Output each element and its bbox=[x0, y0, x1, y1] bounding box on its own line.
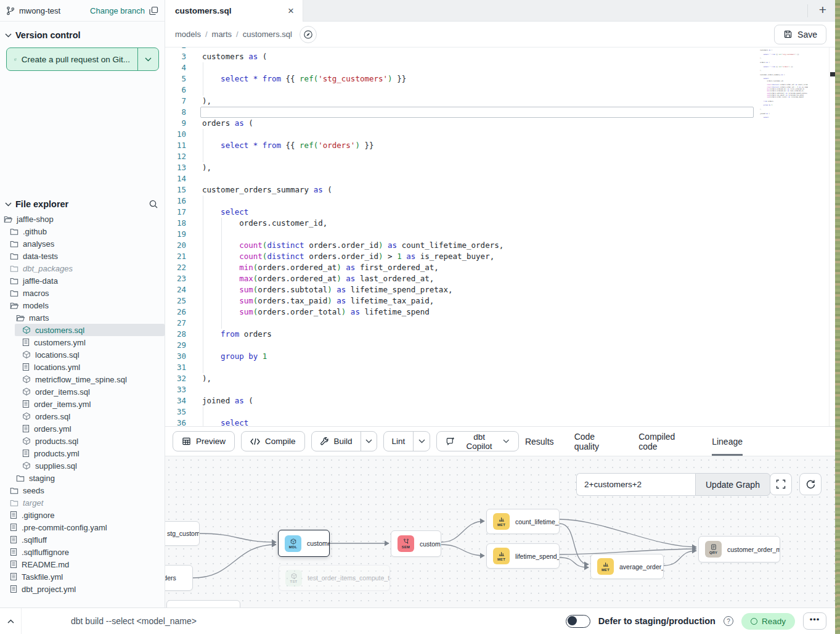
create-pr-dropdown[interactable] bbox=[137, 48, 158, 70]
lineage-node-lifetime_spend_pretax[interactable]: METlifetime_spend_pretax bbox=[486, 543, 560, 569]
lineage-node-customers-semantic[interactable]: SEMcustomers bbox=[391, 530, 441, 557]
lineage-node-orders[interactable]: orders bbox=[165, 565, 193, 591]
file-label: macros bbox=[23, 289, 49, 298]
breadcrumb-marts[interactable]: marts bbox=[212, 30, 232, 39]
lineage-node-partial-node[interactable] bbox=[166, 600, 240, 607]
copy-icon[interactable] bbox=[149, 6, 158, 15]
file-label: order_items.sql bbox=[35, 387, 90, 397]
chevron-down-icon bbox=[145, 57, 152, 62]
compile-button[interactable]: Compile bbox=[241, 431, 305, 451]
file-label: jaffle-data bbox=[23, 276, 58, 286]
lineage-panel[interactable]: stg_customersordersMDLcustomersTSTtest_o… bbox=[165, 456, 835, 607]
file-label: products.sql bbox=[35, 437, 78, 446]
file-row-products.sql[interactable]: products.sql bbox=[0, 435, 165, 447]
file-row-data-tests[interactable]: data-tests bbox=[0, 250, 165, 262]
chevron-down-icon bbox=[5, 202, 12, 207]
file-row-customers.yml[interactable]: customers.yml bbox=[0, 336, 165, 348]
lint-button[interactable]: Lint bbox=[384, 432, 414, 451]
file-row-locations.sql[interactable]: locations.sql bbox=[0, 348, 165, 361]
minimap[interactable]: customers as ( select * from {{ ref('stg… bbox=[760, 47, 808, 124]
lint-dropdown[interactable] bbox=[413, 432, 430, 451]
file-row-jaffle-shop[interactable]: jaffle-shop bbox=[0, 213, 165, 225]
file-row-models[interactable]: models bbox=[0, 299, 165, 311]
code-line-30: 30 group by 1 bbox=[165, 351, 835, 362]
file-row-.pre-commit-config.yaml[interactable]: .pre-commit-config.yaml bbox=[0, 521, 165, 533]
tab-results[interactable]: Results bbox=[525, 427, 554, 456]
file-explorer-header[interactable]: File explorer bbox=[0, 193, 165, 213]
file-row-macros[interactable]: macros bbox=[0, 287, 165, 299]
build-button[interactable]: Build bbox=[312, 432, 361, 451]
git-branch-icon bbox=[6, 6, 15, 15]
file-row-order_items.yml[interactable]: order_items.yml bbox=[0, 398, 165, 410]
file-row-supplies.sql[interactable]: supplies.sql bbox=[0, 459, 165, 472]
lineage-node-average_order_value[interactable]: METaverage_order_value bbox=[590, 554, 664, 579]
lineage-node-customer_order_metrics[interactable]: QRYcustomer_order_metrics bbox=[698, 536, 780, 562]
file-row-orders.sql[interactable]: orders.sql bbox=[0, 410, 165, 422]
model-icon bbox=[22, 412, 31, 421]
file-row-README.md[interactable]: README.md bbox=[0, 558, 165, 570]
code-line-21: 21 count(distinct orders.order_id) > 1 a… bbox=[165, 251, 835, 262]
status-badge[interactable]: Ready bbox=[741, 613, 795, 630]
file-row-marts[interactable]: marts bbox=[0, 311, 165, 324]
close-icon[interactable]: × bbox=[288, 6, 294, 16]
change-branch-link[interactable]: Change branch bbox=[90, 6, 145, 15]
file-label: locations.sql bbox=[35, 350, 80, 360]
defer-toggle[interactable] bbox=[566, 615, 590, 628]
file-row-staging[interactable]: staging bbox=[0, 472, 165, 484]
model-icon bbox=[22, 326, 31, 334]
tab-code-quality[interactable]: Code quality bbox=[574, 427, 619, 456]
tab-compiled-code[interactable]: Compiled code bbox=[638, 427, 691, 456]
code-lines: 23customers as (45 select * from {{ ref(… bbox=[165, 47, 835, 426]
code-line-15: 15customer_orders_summary as ( bbox=[165, 184, 835, 196]
preview-button[interactable]: Preview bbox=[173, 431, 235, 451]
lineage-node-customers-model[interactable]: MDLcustomers bbox=[278, 530, 330, 557]
version-control-header[interactable]: Version control bbox=[0, 22, 165, 46]
save-button[interactable]: Save bbox=[774, 25, 826, 44]
lineage-node-count_lifetime_orders[interactable]: METcount_lifetime_orders bbox=[486, 509, 560, 534]
file-row-products.yml[interactable]: products.yml bbox=[0, 447, 165, 459]
breadcrumb-file[interactable]: customers.sql bbox=[243, 30, 292, 39]
lineage-node-test-order-items[interactable]: TSTtest_order_items_compute_to_bools... bbox=[279, 565, 390, 591]
file-row-metricflow_time_spine.sql[interactable]: metricflow_time_spine.sql bbox=[0, 373, 165, 385]
file-row-target[interactable]: target bbox=[0, 496, 165, 509]
tab-title: customers.sql bbox=[175, 6, 232, 15]
file-row-.sqlfluff[interactable]: .sqlfluff bbox=[0, 533, 165, 546]
file-row-dbt_project.yml[interactable]: dbt_project.yml bbox=[0, 583, 165, 595]
lineage-filter-input[interactable] bbox=[576, 473, 695, 496]
collapse-panel-button[interactable] bbox=[0, 608, 22, 634]
lineage-node-stg_customers[interactable]: stg_customers bbox=[165, 521, 200, 546]
editor-scrollbar[interactable] bbox=[829, 47, 835, 426]
file-row-analyses[interactable]: analyses bbox=[0, 237, 165, 250]
cli-command-text[interactable]: dbt build --select <model_name> bbox=[71, 616, 197, 626]
file-row-jaffle-data[interactable]: jaffle-data bbox=[0, 274, 165, 287]
fullscreen-button[interactable] bbox=[770, 473, 792, 495]
help-icon[interactable]: ? bbox=[724, 616, 733, 626]
file-row-.gitignore[interactable]: .gitignore bbox=[0, 509, 165, 521]
dbt-copilot-button[interactable]: dbt Copilot bbox=[436, 431, 519, 451]
semantic-badge-icon: SEM bbox=[398, 535, 414, 552]
file-row-order_items.sql[interactable]: order_items.sql bbox=[0, 385, 165, 398]
search-icon[interactable] bbox=[149, 199, 158, 209]
file-row-orders.yml[interactable]: orders.yml bbox=[0, 422, 165, 435]
file-row-.sqlfluffignore[interactable]: .sqlfluffignore bbox=[0, 546, 165, 558]
tab-lineage[interactable]: Lineage bbox=[712, 427, 743, 456]
create-pr-main[interactable]: Create a pull request on Git... bbox=[7, 48, 137, 70]
update-graph-button[interactable]: Update Graph bbox=[695, 473, 770, 496]
file-row-locations.yml[interactable]: locations.yml bbox=[0, 361, 165, 373]
breadcrumb-models[interactable]: models bbox=[175, 30, 201, 39]
file-row-dbt_packages[interactable]: dbt_packages bbox=[0, 262, 165, 274]
locate-in-tree-button[interactable] bbox=[300, 26, 317, 43]
code-editor[interactable]: 23customers as (45 select * from {{ ref(… bbox=[165, 47, 835, 426]
refresh-button[interactable] bbox=[799, 473, 822, 495]
tab-customers-sql[interactable]: customers.sql × bbox=[165, 0, 303, 22]
file-row-Taskfile.yml[interactable]: Taskfile.yml bbox=[0, 570, 165, 583]
file-row-customers.sql[interactable]: customers.sql bbox=[15, 324, 165, 336]
file-row-seeds[interactable]: seeds bbox=[0, 484, 165, 496]
ready-ring-icon bbox=[751, 618, 757, 625]
scrollbar-thumb[interactable] bbox=[830, 72, 835, 76]
new-tab-button[interactable]: + bbox=[819, 2, 826, 17]
build-dropdown[interactable] bbox=[361, 432, 377, 451]
more-options-button[interactable]: ••• bbox=[803, 612, 826, 630]
external-link-icon bbox=[14, 55, 17, 64]
file-row-.github[interactable]: .github bbox=[0, 225, 165, 237]
